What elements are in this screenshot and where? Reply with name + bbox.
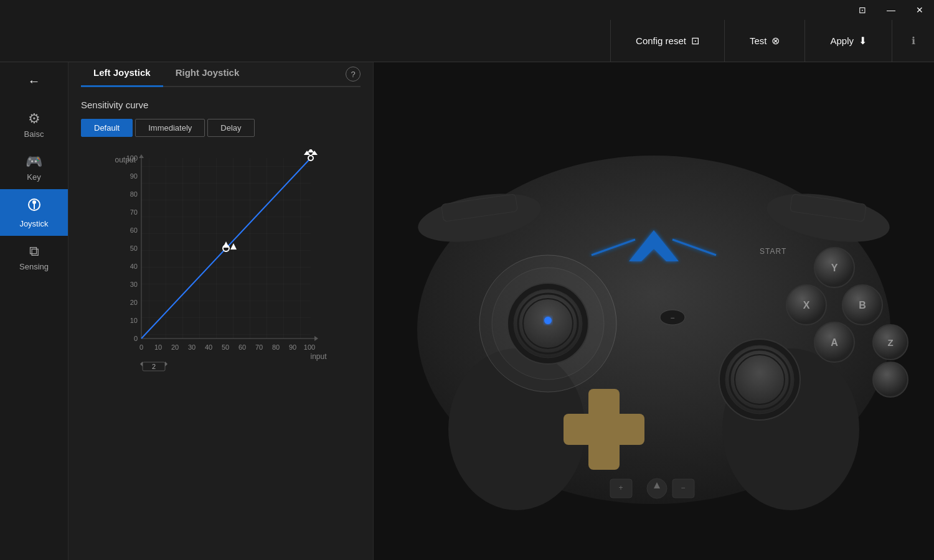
svg-text:START: START bbox=[760, 247, 786, 256]
apply-label: Apply bbox=[830, 35, 854, 46]
svg-text:40: 40 bbox=[204, 343, 212, 351]
title-bar: ⊡ — ✕ bbox=[0, 0, 934, 20]
main-layout: ← ⚙ Baisc 🎮 Key Joystick ⧉ Sensing bbox=[0, 62, 934, 560]
svg-text:70: 70 bbox=[255, 343, 262, 351]
sidebar-item-basic-label: Baisc bbox=[24, 129, 44, 139]
minimize-button[interactable]: — bbox=[877, 0, 905, 20]
svg-text:X: X bbox=[803, 300, 810, 310]
test-label: Test bbox=[750, 35, 767, 46]
config-reset-icon: ⊡ bbox=[691, 35, 699, 47]
close-button[interactable]: ✕ bbox=[905, 0, 934, 20]
svg-text:60: 60 bbox=[238, 343, 245, 351]
svg-text:0: 0 bbox=[139, 343, 143, 351]
tab-left-joystick[interactable]: Left Joystick bbox=[81, 62, 163, 87]
svg-text:30: 30 bbox=[187, 343, 195, 351]
svg-text:30: 30 bbox=[130, 281, 137, 288]
sidebar: ← ⚙ Baisc 🎮 Key Joystick ⧉ Sensing bbox=[0, 62, 68, 560]
toolbar: Config reset ⊡ Test ⊗ Apply ⬇ ℹ bbox=[0, 20, 934, 62]
curve-btn-immediately[interactable]: Immediately bbox=[135, 119, 205, 137]
svg-text:50: 50 bbox=[221, 343, 229, 351]
svg-text:0: 0 bbox=[133, 335, 137, 342]
sidebar-item-sensing[interactable]: ⧉ Sensing bbox=[0, 236, 68, 279]
svg-text:100: 100 bbox=[303, 343, 314, 351]
svg-text:B: B bbox=[859, 300, 866, 310]
test-icon: ⊗ bbox=[771, 35, 780, 47]
svg-text:A: A bbox=[831, 337, 838, 348]
help-icon[interactable]: ? bbox=[346, 67, 361, 82]
svg-point-74 bbox=[873, 362, 908, 397]
apply-button[interactable]: Apply ⬇ bbox=[804, 20, 892, 62]
svg-text:90: 90 bbox=[130, 172, 137, 180]
svg-text:Y: Y bbox=[831, 263, 838, 273]
svg-text:50: 50 bbox=[130, 245, 137, 252]
curve-btn-delay[interactable]: Delay bbox=[207, 119, 254, 137]
info-icon: ℹ bbox=[912, 35, 915, 47]
controller-svg: START bbox=[374, 93, 934, 529]
left-panel: Left Joystick Right Joystick ? Sensitivi… bbox=[68, 62, 374, 560]
sidebar-item-joystick-label: Joystick bbox=[19, 219, 48, 228]
config-reset-button[interactable]: Config reset ⊡ bbox=[610, 20, 724, 62]
svg-text:2: 2 bbox=[151, 363, 155, 370]
tab-row: Left Joystick Right Joystick ? bbox=[81, 62, 361, 87]
svg-text:70: 70 bbox=[130, 208, 137, 216]
svg-text:100: 100 bbox=[126, 154, 137, 162]
svg-text:−: − bbox=[681, 483, 685, 492]
svg-text:10: 10 bbox=[154, 343, 161, 351]
gear-icon: ⚙ bbox=[28, 111, 40, 127]
svg-text:40: 40 bbox=[130, 263, 137, 270]
config-reset-label: Config reset bbox=[636, 35, 686, 46]
sensitivity-chart: 0 10 20 30 40 50 60 70 80 90 100 0 10 20… bbox=[115, 149, 327, 373]
svg-text:Z: Z bbox=[887, 337, 893, 348]
sidebar-item-joystick[interactable]: Joystick bbox=[0, 189, 68, 236]
svg-marker-40 bbox=[140, 362, 143, 366]
sidebar-item-basic[interactable]: ⚙ Baisc bbox=[0, 103, 68, 146]
section-title: Sensitivity curve bbox=[81, 100, 361, 110]
controller-bg: START bbox=[374, 62, 934, 560]
svg-text:20: 20 bbox=[130, 299, 137, 306]
chart-container: output input bbox=[115, 149, 327, 373]
back-icon: ← bbox=[28, 74, 40, 88]
info-button[interactable]: ℹ bbox=[892, 20, 934, 62]
svg-text:10: 10 bbox=[130, 317, 137, 324]
svg-text:80: 80 bbox=[130, 190, 137, 198]
sensing-icon: ⧉ bbox=[29, 243, 39, 259]
svg-text:80: 80 bbox=[271, 343, 279, 351]
svg-point-1 bbox=[32, 200, 36, 204]
panel-inner: Left Joystick Right Joystick ? Sensitivi… bbox=[68, 62, 373, 386]
svg-text:−: − bbox=[670, 314, 674, 322]
svg-marker-6 bbox=[314, 336, 318, 341]
gamepad-icon: 🎮 bbox=[26, 154, 42, 170]
svg-marker-7 bbox=[139, 154, 144, 158]
svg-marker-35 bbox=[308, 149, 314, 152]
sidebar-item-sensing-label: Sensing bbox=[19, 262, 49, 271]
svg-text:90: 90 bbox=[288, 343, 296, 351]
svg-text:60: 60 bbox=[130, 226, 137, 234]
restore-button[interactable]: ⊡ bbox=[848, 0, 877, 20]
controller-panel: START bbox=[374, 62, 934, 560]
curve-btn-default[interactable]: Default bbox=[81, 119, 133, 137]
curve-buttons: Default Immediately Delay bbox=[81, 119, 361, 137]
svg-point-34 bbox=[308, 156, 313, 161]
back-button[interactable]: ← bbox=[22, 68, 47, 93]
sidebar-item-key[interactable]: 🎮 Key bbox=[0, 146, 68, 189]
joystick-icon bbox=[26, 197, 42, 217]
svg-point-61 bbox=[725, 345, 794, 414]
svg-marker-41 bbox=[165, 362, 167, 366]
test-button[interactable]: Test ⊗ bbox=[724, 20, 805, 62]
svg-text:20: 20 bbox=[171, 343, 178, 351]
svg-text:+: + bbox=[618, 483, 623, 492]
svg-point-57 bbox=[544, 317, 552, 324]
svg-rect-59 bbox=[564, 414, 644, 445]
apply-icon: ⬇ bbox=[859, 35, 867, 47]
sidebar-item-key-label: Key bbox=[27, 172, 40, 182]
tab-right-joystick[interactable]: Right Joystick bbox=[163, 62, 252, 87]
